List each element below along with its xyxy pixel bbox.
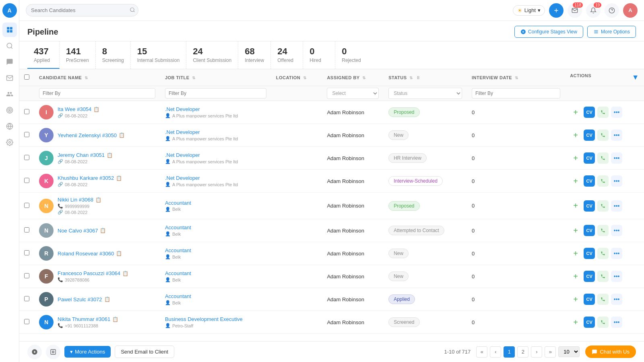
assigned-filter-select[interactable]: Select [327, 88, 379, 99]
job-title-header[interactable]: Job Title ⇅ [160, 69, 271, 86]
job-title-link[interactable]: Accountant [165, 200, 266, 206]
candidate-name-link[interactable]: Noe Calvo #3067 📋 [58, 228, 106, 234]
copy-icon[interactable]: 📋 [93, 107, 99, 112]
more-action-btn[interactable]: ••• [611, 225, 622, 236]
phone-action-btn[interactable] [597, 200, 609, 212]
row-checkbox[interactable] [24, 319, 29, 324]
sidebar-item-mail[interactable] [2, 71, 17, 85]
cv-action-btn[interactable]: CV [584, 225, 595, 236]
more-action-btn[interactable]: ••• [611, 294, 622, 305]
candidate-name-header[interactable]: Candidate Name ⇅ [34, 69, 160, 86]
cv-action-btn[interactable]: CV [584, 271, 595, 282]
first-page-btn[interactable]: « [476, 346, 487, 358]
add-action-btn[interactable]: + [570, 200, 581, 212]
stat-card-prescreen[interactable]: 141 PreScreen [60, 41, 96, 69]
more-action-btn[interactable]: ••• [611, 107, 622, 118]
sidebar-item-settings[interactable] [2, 135, 17, 150]
cv-action-btn[interactable]: CV [584, 317, 595, 328]
page-2-btn[interactable]: 2 [517, 346, 528, 358]
sidebar-item-chat[interactable] [2, 55, 17, 69]
search-icon[interactable] [130, 7, 135, 14]
status-badge[interactable]: Screened [388, 317, 419, 327]
more-action-btn[interactable]: ••• [611, 317, 622, 328]
add-action-btn[interactable]: + [570, 317, 581, 328]
status-badge[interactable]: HR Interview [388, 153, 427, 163]
configure-stages-button[interactable]: Configure Stages View [514, 26, 583, 38]
stat-card-offered[interactable]: 24 Offered [271, 41, 303, 69]
row-checkbox[interactable] [24, 109, 29, 114]
job-title-link[interactable]: Accountant [165, 224, 266, 230]
add-action-btn[interactable]: + [570, 271, 581, 282]
last-page-btn[interactable]: » [545, 346, 556, 358]
job-title-link[interactable]: Accountant [165, 247, 266, 253]
job-title-link[interactable]: .Net Developer [165, 129, 266, 135]
interview-date-header[interactable]: Interview Date ⇅ [467, 69, 565, 86]
row-checkbox[interactable] [24, 203, 29, 208]
app-logo[interactable]: A [2, 3, 17, 18]
candidate-name-link[interactable]: Nikita Thummar #3061 📋 [58, 316, 118, 322]
more-actions-button[interactable]: ▾ More Actions [64, 346, 111, 358]
add-action-btn[interactable]: + [570, 152, 581, 164]
job-title-link[interactable]: Accountant [165, 293, 266, 299]
send-email-button[interactable]: Send Email to Client [115, 346, 174, 358]
sidebar-item-people[interactable] [2, 87, 17, 101]
page-1-btn[interactable]: 1 [504, 346, 515, 358]
copy-icon[interactable]: 📋 [116, 175, 122, 181]
candidate-name-link[interactable]: Yevhenii Zelenskyi #3050 📋 [58, 132, 125, 138]
stat-card-screening[interactable]: 8 Screening [96, 41, 131, 69]
job-title-link[interactable]: Business Development Executive [165, 316, 266, 322]
cv-action-btn[interactable]: CV [584, 107, 595, 118]
stat-card-client-submission[interactable]: 24 Client Submission [186, 41, 238, 69]
notifications-button[interactable]: 19 [586, 3, 601, 18]
phone-action-btn[interactable] [597, 130, 609, 141]
filter-icon[interactable]: ▼ [632, 73, 639, 82]
add-action-btn[interactable]: + [570, 130, 581, 141]
phone-action-btn[interactable] [597, 225, 609, 236]
sidebar-item-search[interactable] [2, 39, 17, 53]
stat-card-internal-submission[interactable]: 15 Internal Submission [131, 41, 186, 69]
status-badge[interactable]: Interview-Scheduled [388, 176, 443, 186]
help-button[interactable] [605, 3, 619, 18]
more-action-btn[interactable]: ••• [611, 248, 622, 259]
per-page-select[interactable]: 10 25 50 [558, 346, 580, 357]
phone-action-btn[interactable] [597, 175, 609, 187]
user-avatar[interactable]: A [623, 3, 638, 18]
row-checkbox[interactable] [24, 227, 29, 232]
phone-action-btn[interactable] [597, 294, 609, 305]
prev-page-btn[interactable]: ‹ [490, 346, 501, 358]
status-badge[interactable]: Applied [388, 294, 415, 304]
row-checkbox[interactable] [24, 250, 29, 255]
add-action-btn[interactable]: + [570, 225, 581, 236]
sidebar-item-target[interactable] [2, 103, 17, 117]
status-badge[interactable]: New [388, 272, 409, 281]
theme-toggle[interactable]: ☀ Light ▾ [513, 5, 545, 16]
stat-card-applied[interactable]: 437 Applied [27, 41, 60, 69]
copy-icon[interactable]: 📋 [100, 228, 106, 233]
status-header[interactable]: Status ⇅ ⏸ [384, 69, 467, 86]
copy-icon[interactable]: 📋 [107, 152, 113, 158]
candidate-name-link[interactable]: Nikki Lin #3068 📋 [58, 197, 101, 203]
copy-icon[interactable]: 📋 [116, 251, 122, 256]
add-action-btn[interactable]: + [570, 175, 581, 187]
chat-button[interactable]: Chat with Us [585, 346, 636, 358]
stat-card-interview[interactable]: 68 Interview [238, 41, 271, 69]
job-title-link[interactable]: .Net Developer [165, 175, 266, 181]
candidate-name-link[interactable]: Khushbu Karkare #3052 📋 [58, 175, 122, 181]
search-input[interactable] [26, 4, 138, 16]
add-action-btn[interactable]: + [570, 294, 581, 305]
next-page-btn[interactable]: › [531, 346, 542, 358]
assigned-by-header[interactable]: Assigned By ⇅ [322, 69, 384, 86]
status-badge[interactable]: New [388, 130, 409, 140]
phone-action-btn[interactable] [597, 248, 609, 259]
candidate-name-link[interactable]: Jeremy Chan #3051 📋 [58, 152, 113, 158]
status-badge[interactable]: New [388, 249, 409, 258]
add-action-btn[interactable]: + [570, 107, 581, 118]
candidate-name-link[interactable]: Ita Wee #3054 📋 [58, 106, 99, 112]
more-options-button[interactable]: More Options [587, 26, 636, 38]
cv-action-btn[interactable]: CV [584, 200, 595, 212]
cv-action-btn[interactable]: CV [584, 294, 595, 305]
copy-icon[interactable]: 📋 [104, 296, 110, 302]
candidate-name-link[interactable]: Francesco Pascuzzi #3064 📋 [58, 270, 128, 276]
cv-action-btn[interactable]: CV [584, 248, 595, 259]
candidate-filter-input[interactable] [39, 88, 155, 99]
